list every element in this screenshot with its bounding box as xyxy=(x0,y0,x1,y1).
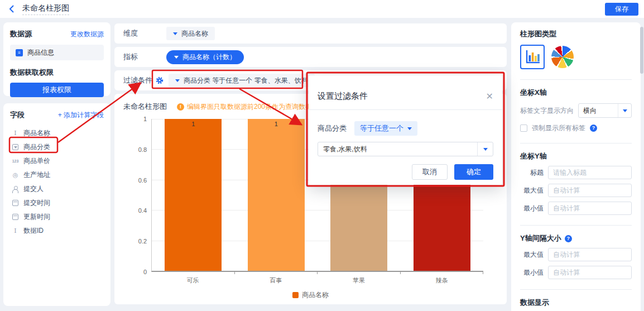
divider xyxy=(520,225,632,226)
field-item-label: 商品名称 xyxy=(23,128,50,138)
y-axis-section-title: 坐标Y轴 xyxy=(520,151,632,161)
fields-panel: 字段 + 添加计算字段 I 商品名称 商品分类 123 商品单价 ◎ 生产地址 … xyxy=(3,103,110,306)
datasource-label: 数据源 xyxy=(10,29,32,39)
number-field-icon: 123 xyxy=(11,159,20,163)
field-item-product-name[interactable]: I 商品名称 xyxy=(10,126,104,140)
page-title[interactable]: 未命名柱形图 xyxy=(22,3,69,15)
text-field-icon: I xyxy=(11,227,20,235)
filter-label: 过滤条件 xyxy=(123,75,152,85)
gear-icon[interactable] xyxy=(156,76,164,84)
datasource-item-label: 商品信息 xyxy=(27,48,54,58)
filter-condition-tag[interactable]: 商品分类 等于任意一个 零食、水果、饮料 xyxy=(169,74,315,87)
chart-settings-panel: 柱形图类型 坐标X轴 标签文字显示方向 横向 强制显示所有标签 ? 坐标Y轴 标… xyxy=(511,22,641,311)
datasource-item[interactable]: ≡ 商品信息 xyxy=(10,45,104,60)
field-item-label: 商品单价 xyxy=(23,156,50,166)
bar-chart-type-button[interactable] xyxy=(520,45,545,69)
divider xyxy=(520,143,632,143)
help-icon[interactable]: ? xyxy=(590,125,597,132)
help-icon[interactable]: ? xyxy=(565,235,572,242)
x-tick: 苹果 xyxy=(318,276,401,285)
x-axis-section-title: 坐标X轴 xyxy=(520,88,632,98)
metric-tag-label: 商品名称（计数） xyxy=(182,52,236,62)
confirm-button[interactable]: 确定 xyxy=(454,164,493,180)
field-item-production-address[interactable]: ◎ 生产地址 xyxy=(10,168,104,182)
y-tick: 0.4 xyxy=(124,207,147,214)
bar-kele: 1 xyxy=(165,119,222,271)
dimension-tag[interactable]: 商品名称 xyxy=(166,27,215,40)
field-item-submit-time[interactable]: 提交时间 xyxy=(10,196,104,210)
label-direction-dropdown[interactable]: 横向 xyxy=(578,103,632,118)
y-tick: 0.2 xyxy=(124,238,147,245)
bar-baishi: 1 xyxy=(248,119,305,271)
edit-preview-warning: ! 编辑界面只取数据源前200条作为查询数据预览 xyxy=(177,102,325,112)
select-arrow-cell[interactable] xyxy=(477,142,493,156)
field-item-update-time[interactable]: 更新时间 xyxy=(10,210,104,224)
legend-item[interactable]: 商品名称 xyxy=(123,290,498,300)
chevron-down-icon xyxy=(175,79,180,82)
save-button[interactable]: 保存 xyxy=(605,3,638,16)
y-axis-title-label: 标题 xyxy=(520,168,544,178)
force-show-labels-label: 强制显示所有标签 xyxy=(532,123,585,133)
dimension-label: 维度 xyxy=(123,28,156,39)
modal-field-label: 商品分类 xyxy=(318,123,347,133)
date-field-icon xyxy=(11,214,20,220)
field-item-label: 提交时间 xyxy=(23,198,50,208)
chevron-down-icon xyxy=(174,56,179,59)
back-button[interactable] xyxy=(6,3,18,15)
report-permission-button[interactable]: 报表权限 xyxy=(10,83,104,97)
x-tick: 辣条 xyxy=(400,276,483,285)
y-interval-max-label: 最大值 xyxy=(520,250,544,260)
y-interval-min-input[interactable] xyxy=(548,266,632,279)
field-item-data-id[interactable]: I 数据ID xyxy=(10,224,104,238)
change-datasource-link[interactable]: 更改数据源 xyxy=(70,30,104,39)
bar-slot: 1 xyxy=(235,119,318,271)
bar-value-label: 1 xyxy=(248,121,305,127)
y-axis-max-input[interactable] xyxy=(548,184,632,197)
y-axis-min-input[interactable] xyxy=(548,202,632,215)
field-item-submitter[interactable]: 提交人 xyxy=(10,182,104,196)
y-axis-title-input[interactable] xyxy=(548,166,632,179)
field-item-product-category[interactable]: 商品分类 xyxy=(10,140,104,154)
operator-dropdown[interactable]: 等于任意一个 xyxy=(354,121,417,136)
dimension-row: 维度 商品名称 xyxy=(114,23,507,44)
divider xyxy=(520,79,632,80)
field-list: I 商品名称 商品分类 123 商品单价 ◎ 生产地址 提交人 提交时间 更新时… xyxy=(10,126,104,238)
y-tick: 1 xyxy=(124,116,147,122)
field-item-label: 生产地址 xyxy=(23,170,50,180)
panel-scrollbar[interactable] xyxy=(640,27,643,74)
metric-row: 指标 商品名称（计数） xyxy=(114,47,507,67)
x-tick: 可乐 xyxy=(151,276,234,285)
field-item-label: 更新时间 xyxy=(23,212,50,222)
y-interval-max-input[interactable] xyxy=(548,248,632,261)
filter-value-select[interactable]: 零食,水果,饮料 xyxy=(318,142,493,156)
y-tick: 0 xyxy=(124,269,147,275)
chevron-down-icon xyxy=(407,127,412,130)
filter-settings-modal: 设置过滤条件 ✕ 商品分类 等于任意一个 零食,水果,饮料 取消 确定 xyxy=(309,75,502,185)
permission-label: 数据获取权限 xyxy=(10,68,104,78)
field-item-label: 数据ID xyxy=(23,226,44,236)
add-calculated-field-link[interactable]: + 添加计算字段 xyxy=(58,111,104,120)
force-show-labels-checkbox[interactable] xyxy=(520,125,527,132)
person-field-icon xyxy=(11,186,20,193)
close-icon[interactable]: ✕ xyxy=(486,92,493,101)
dimension-tag-label: 商品名称 xyxy=(181,29,208,39)
pie-chart-type-button[interactable] xyxy=(551,46,574,68)
metric-tag[interactable]: 商品名称（计数） xyxy=(166,50,244,64)
bar-slot: 1 xyxy=(152,119,235,271)
text-field-icon: I xyxy=(11,130,20,137)
select-field-icon xyxy=(11,144,20,150)
date-field-icon xyxy=(11,200,20,206)
y-axis-min-label: 最小值 xyxy=(520,204,544,213)
location-field-icon: ◎ xyxy=(11,171,20,179)
warning-text: 编辑界面只取数据源前200条作为查询数据预览 xyxy=(187,102,325,112)
chevron-left-icon xyxy=(9,5,15,13)
legend-swatch-icon xyxy=(292,292,299,298)
data-display-section-title: 数据显示 xyxy=(520,298,632,308)
field-item-product-price[interactable]: 123 商品单价 xyxy=(10,154,104,168)
chart-title: 未命名柱形图 xyxy=(123,102,167,112)
filter-value: 零食,水果,饮料 xyxy=(318,145,477,154)
chart-type-label: 柱形图类型 xyxy=(520,29,632,39)
datasource-panel: 数据源 更改数据源 ≡ 商品信息 数据获取权限 报表权限 xyxy=(3,22,110,96)
cancel-button[interactable]: 取消 xyxy=(412,164,448,180)
y-axis-max-label: 最大值 xyxy=(520,186,544,195)
